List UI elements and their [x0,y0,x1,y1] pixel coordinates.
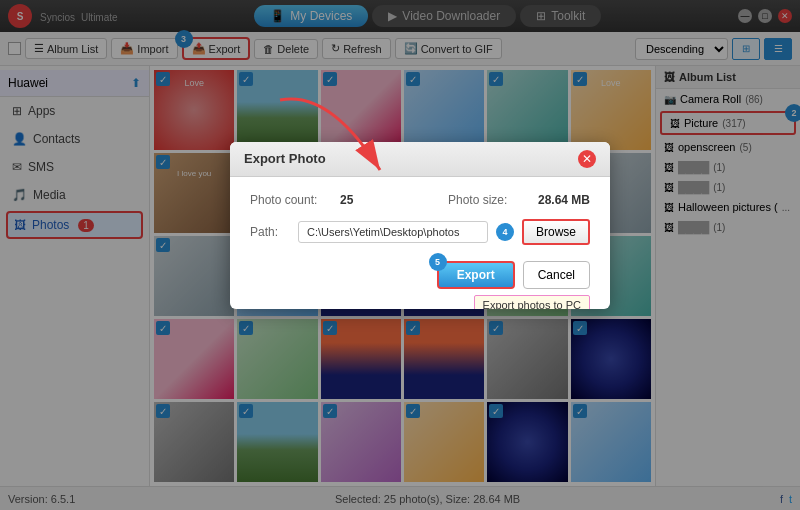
export-modal: Export Photo ✕ Photo count: 25 Photo siz… [230,142,610,309]
modal-path-row: Path: 4 Browse [250,219,590,245]
step-5-badge: 5 [429,253,447,271]
path-input[interactable] [298,221,488,243]
step-4-badge: 4 [496,223,514,241]
modal-info-row: Photo count: 25 Photo size: 28.64 MB [250,193,590,207]
modal-overlay: Export Photo ✕ Photo count: 25 Photo siz… [0,0,800,510]
modal-title: Export Photo [244,151,326,166]
cancel-button[interactable]: Cancel [523,261,590,289]
modal-footer: 5 Export Cancel Export photos to PC [250,261,590,293]
photo-size-label: Photo size: [448,193,528,207]
export-tooltip: Export photos to PC [474,295,590,309]
path-label: Path: [250,225,290,239]
modal-header: Export Photo ✕ [230,142,610,177]
modal-body: Photo count: 25 Photo size: 28.64 MB Pat… [230,177,610,309]
photo-count-label: Photo count: [250,193,330,207]
modal-close-button[interactable]: ✕ [578,150,596,168]
photo-count-value: 25 [340,193,353,207]
browse-button[interactable]: Browse [522,219,590,245]
photo-size-value: 28.64 MB [538,193,590,207]
export-modal-button[interactable]: 5 Export [437,261,515,289]
